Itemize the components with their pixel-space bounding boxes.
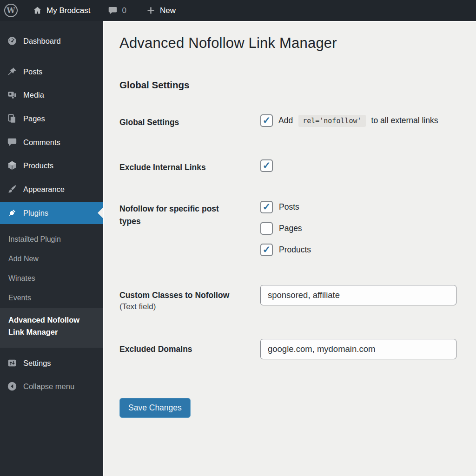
sidebar-item-media[interactable]: Media: [0, 86, 103, 104]
custom-classes-input[interactable]: [260, 285, 456, 305]
checkbox-label: Products: [279, 245, 311, 255]
submenu-item-label: Events: [8, 294, 31, 302]
cube-icon: [7, 160, 17, 171]
comment-icon: [7, 137, 17, 147]
wordpress-admin-screen: W My Brodcast 0 New Dashboard: [0, 0, 476, 476]
checkbox-text-before: Add: [278, 116, 293, 126]
sidebar-item-comments[interactable]: Comments: [0, 133, 103, 152]
products-checkbox[interactable]: [260, 244, 273, 256]
field-label-custom-classes: Custom Classes to Nofollow: [119, 289, 229, 302]
site-home-link[interactable]: My Brodcast: [28, 0, 95, 21]
admin-bar: W My Brodcast 0 New: [0, 0, 476, 21]
sidebar-item-label: Products: [23, 161, 53, 170]
post-type-option-products: Products: [260, 244, 311, 256]
admin-bar-new-button[interactable]: New: [141, 0, 180, 21]
sidebar-item-collapse-menu[interactable]: Collapse menu: [0, 377, 103, 396]
posts-checkbox[interactable]: [260, 201, 273, 213]
submenu-item-installed-plugin[interactable]: Instailted Plugin: [8, 232, 61, 246]
submenu-item-label: Add New: [8, 255, 39, 263]
submenu-item-label: Advanced Nofollow Link Manager: [8, 316, 79, 336]
plus-icon: [146, 6, 156, 15]
comments-count-badge: 0: [122, 6, 126, 15]
page-title: Advanced Nofollow Link Manager: [119, 35, 337, 52]
collapse-arrow-icon: [7, 381, 17, 391]
nofollow-all-external-checkbox[interactable]: [260, 114, 273, 127]
field-label-post-types: Nofollow for specific post types: [119, 203, 238, 228]
save-changes-button[interactable]: Save Changes: [119, 398, 191, 418]
sidebar-item-label: Settings: [23, 359, 51, 368]
exclude-internal-checkbox[interactable]: [260, 159, 273, 172]
field-sublabel-text-field: (Text field): [119, 302, 156, 311]
new-label: New: [160, 6, 176, 15]
global-settings-control: Add rel='nofollow' to all external links: [260, 114, 438, 127]
sidebar-item-settings[interactable]: Settings: [0, 354, 103, 372]
sidebar-item-pages[interactable]: Pages: [0, 109, 103, 128]
checkbox-label: Pages: [279, 224, 302, 233]
field-label-global-settings: Global Settings: [119, 116, 179, 129]
sidebar-item-label: Posts: [23, 67, 42, 76]
submenu-item-winates[interactable]: Winates: [8, 271, 35, 285]
post-type-option-posts: Posts: [260, 201, 311, 213]
field-label-excluded-domains: Excluded Domains: [119, 343, 192, 356]
pages-checkbox[interactable]: [260, 222, 273, 235]
sidebar-item-plugins[interactable]: Plugins: [0, 202, 103, 224]
admin-bar-comments-link[interactable]: 0: [103, 0, 131, 21]
sidebar-item-label: Plugins: [23, 209, 48, 218]
sidebar-item-label: Appearance: [23, 185, 65, 194]
submenu-item-events[interactable]: Events: [8, 291, 31, 305]
camera-icon: [7, 90, 17, 100]
excluded-domains-input[interactable]: [260, 339, 456, 359]
rel-nofollow-code-chip: rel='nofollow': [298, 115, 365, 127]
sidebar-item-label: Comments: [23, 138, 60, 147]
field-label-exclude-internal: Exclude Internal Links: [119, 161, 206, 174]
wordpress-logo-button[interactable]: W: [0, 0, 22, 21]
dashboard-gauge-icon: [7, 36, 17, 46]
sidebar-item-label: Media: [23, 91, 44, 99]
sidebar-item-dashboard[interactable]: Dashboard: [0, 32, 103, 50]
section-heading: Global Settings: [119, 79, 189, 91]
home-icon: [33, 6, 42, 15]
pushpin-icon: [7, 66, 17, 77]
sidebar-item-label: Collapse menu: [23, 382, 74, 391]
paintbrush-icon: [7, 184, 17, 194]
submenu-item-label: Instailted Plugin: [8, 235, 61, 244]
site-name: My Brodcast: [46, 6, 90, 15]
wordpress-logo-icon: W: [4, 4, 18, 17]
settings-box-icon: [7, 358, 17, 368]
sidebar-item-appearance[interactable]: Appearance: [0, 180, 103, 198]
exclude-internal-control: [260, 159, 273, 172]
checkbox-text-after: to all external links: [371, 116, 438, 126]
stacked-pages-icon: [7, 113, 17, 124]
sidebar-item-products[interactable]: Products: [0, 156, 103, 175]
submenu-item-add-new[interactable]: Add New: [8, 252, 39, 266]
checkbox-label: Posts: [279, 202, 299, 212]
submenu-item-advanced-nofollow-link-manager[interactable]: Advanced Nofollow Link Manager: [0, 308, 103, 348]
comment-bubble-icon: [108, 6, 118, 15]
sidebar-item-label: Pages: [23, 114, 45, 123]
admin-sidebar: Dashboard Posts Media Pages Comments: [0, 21, 103, 476]
post-type-option-pages: Pages: [260, 222, 311, 235]
submenu-item-label: Winates: [8, 274, 35, 283]
sidebar-item-label: Dashboard: [23, 37, 61, 46]
settings-page: Advanced Nofollow Link Manager Global Se…: [103, 21, 476, 476]
sidebar-item-posts[interactable]: Posts: [0, 62, 103, 81]
post-types-checkbox-group: Posts Pages Products: [260, 201, 311, 256]
plug-icon: [7, 208, 17, 218]
